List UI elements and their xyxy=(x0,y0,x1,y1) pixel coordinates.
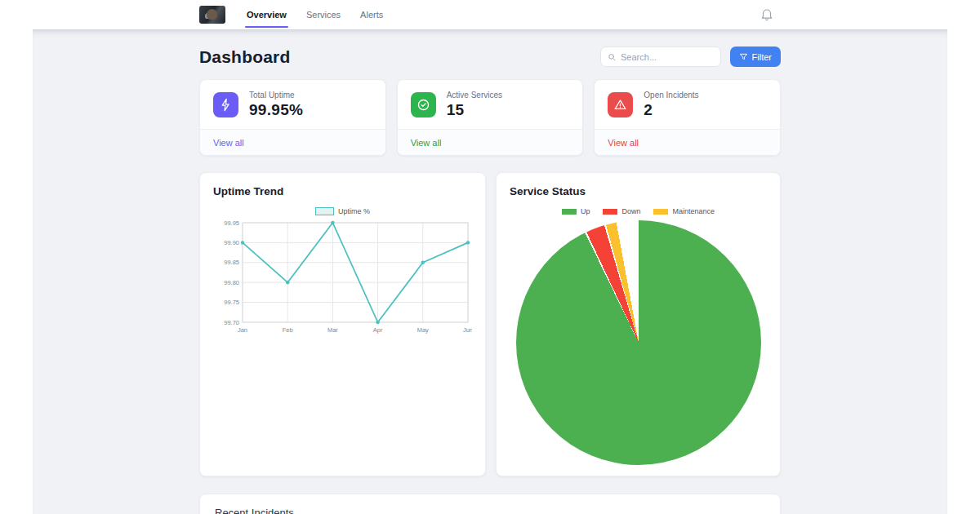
view-all-link[interactable]: View all xyxy=(608,138,639,148)
recent-incidents-card: Recent Incidents xyxy=(199,494,781,514)
nav-tabs: Overview Services Alerts xyxy=(237,0,393,29)
stat-card-total-uptime: Total Uptime 99.95% View all xyxy=(199,79,386,156)
tab-overview[interactable]: Overview xyxy=(237,0,296,29)
legend-item-maintenance: Maintenance xyxy=(653,207,715,215)
legend-item-down: Down xyxy=(603,207,640,215)
stat-card-active-services: Active Services 15 View all xyxy=(397,79,584,156)
svg-text:Apr: Apr xyxy=(373,326,383,334)
svg-text:99.95: 99.95 xyxy=(224,219,239,227)
search-input[interactable] xyxy=(621,52,714,62)
view-all-link[interactable]: View all xyxy=(411,138,442,148)
stat-label: Active Services xyxy=(447,91,502,100)
stat-cards-row: Total Uptime 99.95% View all A xyxy=(199,79,781,156)
legend-swatch xyxy=(653,209,668,215)
filter-button[interactable]: Filter xyxy=(730,47,781,67)
uptime-trend-card: Uptime Trend Uptime % 99.9599.9099.8599.… xyxy=(199,172,486,476)
stat-card-open-incidents: Open Incidents 2 View all xyxy=(594,79,781,156)
service-status-pie xyxy=(516,220,761,465)
bolt-icon xyxy=(213,92,238,117)
bell-icon[interactable] xyxy=(760,7,774,22)
stat-value: 15 xyxy=(447,101,502,119)
check-circle-icon xyxy=(411,92,436,117)
recent-incidents-title: Recent Incidents xyxy=(215,507,765,514)
svg-text:Jan: Jan xyxy=(238,326,247,334)
svg-text:Mar: Mar xyxy=(327,326,338,334)
service-status-title: Service Status xyxy=(510,185,767,197)
search-box xyxy=(600,47,721,67)
service-status-card: Service Status Up Down Maintenance xyxy=(496,172,781,476)
stat-value: 2 xyxy=(644,101,698,119)
svg-text:Jun: Jun xyxy=(463,326,472,334)
svg-text:May: May xyxy=(417,326,429,334)
pie-chart-legend: Up Down Maintenance xyxy=(510,207,767,215)
tab-alerts[interactable]: Alerts xyxy=(350,0,393,29)
svg-text:99.75: 99.75 xyxy=(224,299,239,306)
legend-swatch xyxy=(315,207,334,215)
svg-text:99.70: 99.70 xyxy=(224,319,239,326)
logo-image[interactable] xyxy=(199,6,225,24)
view-all-link[interactable]: View all xyxy=(213,138,244,148)
uptime-trend-title: Uptime Trend xyxy=(213,185,472,197)
page-title: Dashboard xyxy=(199,47,291,67)
page-header: Dashboard Filter xyxy=(199,47,781,67)
legend-item-uptime: Uptime % xyxy=(315,207,370,215)
filter-button-label: Filter xyxy=(752,52,772,62)
search-icon xyxy=(608,52,616,62)
main-panel: Dashboard Filter xyxy=(33,29,947,514)
svg-text:Feb: Feb xyxy=(283,326,293,334)
charts-row: Uptime Trend Uptime % 99.9599.9099.8599.… xyxy=(199,172,781,476)
stat-label: Total Uptime xyxy=(249,91,303,100)
svg-text:99.80: 99.80 xyxy=(224,279,239,286)
legend-swatch xyxy=(562,209,577,215)
top-nav: Overview Services Alerts xyxy=(0,0,980,29)
line-chart-legend: Uptime % xyxy=(213,207,472,215)
tab-services[interactable]: Services xyxy=(296,0,350,29)
legend-item-up: Up xyxy=(562,207,590,215)
funnel-icon xyxy=(739,52,748,61)
uptime-line-chart: 99.9599.9099.8599.8099.7599.70JanFebMarA… xyxy=(213,217,472,341)
stat-value: 99.95% xyxy=(249,101,303,119)
warning-triangle-icon xyxy=(608,92,633,117)
legend-swatch xyxy=(603,209,617,215)
svg-text:99.90: 99.90 xyxy=(224,239,239,246)
stat-label: Open Incidents xyxy=(644,91,698,100)
svg-text:99.85: 99.85 xyxy=(224,259,239,266)
